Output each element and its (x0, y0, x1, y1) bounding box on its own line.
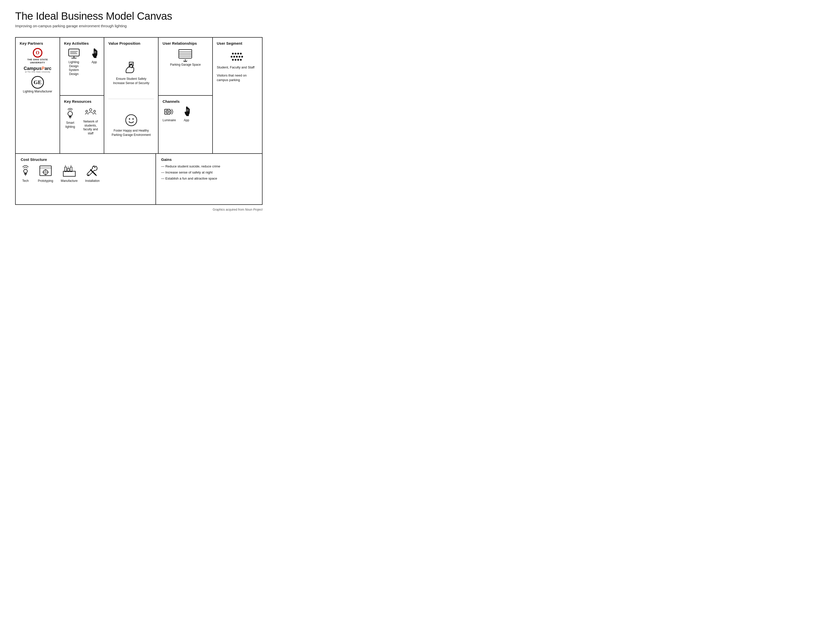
svg-point-45 (240, 59, 242, 61)
network-item: Network of students,faculty andstaff (82, 106, 100, 135)
key-partners-title: Key Partners (20, 41, 56, 45)
proto-item: Prototyping (38, 164, 53, 183)
svg-point-37 (231, 56, 233, 58)
app-channel-label: App (184, 118, 189, 122)
luminaire-label: Luminaire (162, 118, 176, 122)
people-icon-area (217, 50, 258, 63)
svg-point-9 (95, 53, 96, 53)
page-subtitle: Improving on-campus parking garage envir… (15, 24, 262, 28)
vp-happy-item: Foster Happy and HealthyParking Garage E… (108, 100, 154, 150)
svg-rect-55 (45, 174, 47, 175)
ge-logo-icon: GE (31, 76, 44, 89)
network-icon (85, 106, 96, 119)
gains-item-2: Establish a fun and attractive space (161, 176, 257, 181)
svg-point-14 (89, 109, 92, 111)
smart-lighting-label: Smart lighting (64, 121, 77, 129)
luminaire-icon (163, 106, 175, 118)
svg-point-7 (95, 51, 96, 52)
key-activities-top: Key Activities Lighting (60, 38, 104, 96)
svg-point-52 (43, 170, 48, 174)
user-segment-title: User Segment (217, 41, 258, 45)
channels-title: Channels (162, 99, 208, 103)
svg-point-18 (129, 118, 130, 119)
people-group-icon (228, 50, 246, 63)
vp-happy-label: Foster Happy and HealthyParking Garage E… (112, 129, 151, 137)
tech-label: Tech (22, 179, 29, 183)
svg-point-32 (188, 111, 188, 111)
value-proposition-title: Value Proposition (108, 41, 140, 45)
app-label-activities: App (92, 60, 97, 64)
svg-point-6 (95, 51, 95, 52)
gains-title: Gains (161, 157, 257, 162)
svg-point-30 (188, 109, 188, 110)
gains-item-0: Reduce student suicide, reduce crime (161, 164, 257, 169)
channels-icons: Luminaire App (162, 106, 208, 122)
svg-point-17 (126, 115, 137, 126)
campusparc-name: CampusParc (24, 66, 51, 71)
user-segment-label-2: Visitors that need on campus parking (217, 73, 258, 82)
cost-icons: Tech (21, 164, 150, 183)
svg-point-35 (237, 53, 239, 55)
svg-point-10 (68, 111, 72, 116)
footer-credit: Graphics acquired from Noun Project (15, 208, 262, 211)
svg-line-64 (96, 175, 96, 176)
gains-item-1: Increase sense of safety at night (161, 170, 257, 175)
gains-cell: Gains Reduce student suicide, reduce cri… (156, 154, 262, 204)
parking-garage-item: Parking Garage Space (170, 48, 201, 67)
business-model-canvas: Key Partners O THE OHIO STATEUNIVERSITY … (15, 37, 262, 205)
lighting-design-label: Lighting DesignSystem Design (64, 60, 84, 76)
app-channel-item: App (181, 106, 192, 122)
user-segment-cell: User Segment (213, 38, 262, 153)
proto-icon (39, 164, 53, 178)
key-resources-title: Key Resources (64, 99, 100, 103)
svg-point-34 (235, 53, 236, 55)
shield-hand-icon (124, 60, 139, 75)
footer-credit-italic: Noun Project (245, 208, 262, 211)
campusparc-sub: at The Ohio State University (25, 71, 50, 73)
osu-text: THE OHIO STATEUNIVERSITY (27, 58, 48, 64)
manufacture-icon (62, 164, 76, 178)
cost-structure-cell: Cost Structure Tech (16, 154, 156, 204)
app-hand-activities-icon (88, 48, 100, 60)
user-segment-label-1: Student, Faculty and Staff (217, 65, 258, 70)
key-resources-icons: Smart lighting (64, 106, 100, 135)
svg-point-38 (233, 56, 235, 58)
svg-point-42 (232, 59, 234, 61)
svg-rect-54 (45, 169, 47, 171)
svg-point-15 (86, 110, 88, 112)
tech-item: Tech (21, 164, 30, 183)
svg-rect-56 (43, 171, 43, 173)
key-activities-cell: Key Activities Lighting (60, 38, 105, 153)
svg-point-62 (88, 174, 89, 175)
svg-point-46 (24, 169, 27, 173)
user-relationships-top: User Relationships (159, 38, 212, 96)
svg-point-39 (236, 56, 238, 58)
manufacture-label: Manufacture (61, 179, 78, 183)
key-activities-icons: Lighting DesignSystem Design (64, 48, 100, 76)
display-icon (68, 48, 80, 60)
happy-face-icon (124, 113, 138, 127)
svg-point-27 (166, 110, 169, 113)
gains-list: Reduce student suicide, reduce crime Inc… (161, 164, 257, 181)
vp-safety-item: Ensure Student SafetyIncrease Sense of S… (108, 48, 154, 97)
garage-icon-area: Parking Garage Space (162, 48, 208, 67)
page-title: The Ideal Business Model Canvas (15, 10, 262, 22)
user-relationships-title: User Relationships (162, 41, 208, 45)
svg-point-36 (240, 53, 242, 55)
svg-point-53 (45, 171, 47, 173)
svg-point-8 (95, 53, 95, 53)
app-item-activities: App (88, 48, 100, 64)
osu-circle-icon: O (33, 48, 42, 58)
svg-point-43 (235, 59, 236, 61)
key-partners-cell: Key Partners O THE OHIO STATEUNIVERSITY … (16, 38, 60, 153)
cost-structure-title: Cost Structure (21, 157, 150, 162)
smart-light-icon (65, 106, 75, 120)
svg-point-41 (241, 56, 243, 58)
campusparc-logo: CampusParc at The Ohio State University (20, 66, 56, 73)
tech-icon (21, 164, 30, 178)
key-resources-top: Key Resources (60, 96, 104, 153)
proto-label: Prototyping (38, 179, 53, 183)
canvas-top-row: Key Partners O THE OHIO STATEUNIVERSITY … (16, 38, 262, 154)
garage-icon (178, 48, 193, 62)
parking-garage-label: Parking Garage Space (170, 63, 201, 67)
